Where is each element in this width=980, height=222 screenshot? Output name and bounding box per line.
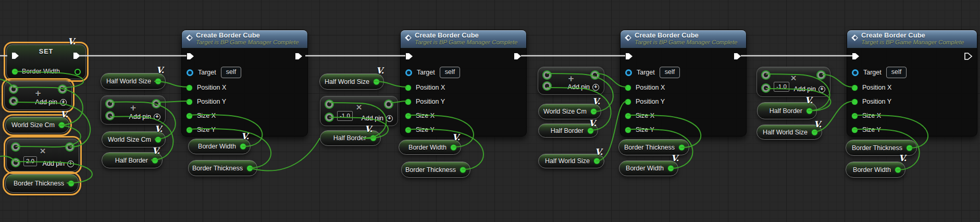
size-y-pin[interactable] xyxy=(852,127,858,133)
getter-node-half-world-size[interactable]: Half World Size xyxy=(101,73,166,90)
add-input-pin-a[interactable] xyxy=(106,100,114,107)
multiply-value-field[interactable]: 2.0 xyxy=(23,156,37,166)
multiply-output-pin[interactable] xyxy=(385,101,392,108)
exec-out-pin[interactable] xyxy=(734,53,741,60)
getter-node-world-size-cm[interactable]: World Size Cm xyxy=(538,104,601,119)
input-pin-border-width[interactable] xyxy=(12,69,18,75)
getter-node-border-width[interactable]: Border Width xyxy=(619,161,678,176)
target-pin[interactable] xyxy=(625,69,632,76)
position-y-pin[interactable] xyxy=(852,99,858,105)
multiply-input-pin-a[interactable] xyxy=(326,101,333,108)
output-pin[interactable] xyxy=(240,144,246,150)
add-output-pin[interactable] xyxy=(153,100,160,107)
getter-node-half-world-size[interactable]: Half World Size xyxy=(319,73,384,90)
output-pin[interactable] xyxy=(668,166,674,171)
position-y-pin[interactable] xyxy=(625,99,631,105)
output-pin[interactable] xyxy=(247,165,253,171)
add-input-pin-b[interactable] xyxy=(106,112,114,119)
getter-node-half-border[interactable]: Half Border xyxy=(538,124,598,138)
exec-out-pin[interactable] xyxy=(295,53,303,60)
multiply-input-pin-b[interactable] xyxy=(12,159,19,166)
target-pin[interactable] xyxy=(852,69,859,76)
position-y-pin[interactable] xyxy=(187,99,192,105)
target-pin[interactable] xyxy=(187,69,193,76)
add-output-pin[interactable] xyxy=(591,71,599,79)
getter-node-border-thickness[interactable]: Border Thickness xyxy=(5,174,79,193)
getter-node-world-size-cm[interactable]: World Size Cm xyxy=(102,131,166,147)
getter-node-half-border[interactable]: Half Border xyxy=(102,152,163,168)
position-x-pin[interactable] xyxy=(625,85,631,91)
add-pin-button[interactable]: Add pin+ xyxy=(43,160,74,167)
size-y-pin[interactable] xyxy=(405,127,411,133)
target-value-field[interactable]: self xyxy=(886,67,907,78)
multiply-input-pin-a[interactable] xyxy=(12,143,19,151)
size-x-pin[interactable] xyxy=(405,113,411,119)
exec-in-pin[interactable] xyxy=(625,53,633,60)
output-pin[interactable] xyxy=(807,108,812,114)
multiply-input-pin-b[interactable] xyxy=(326,114,333,121)
multiply-input-pin-b[interactable] xyxy=(762,84,770,92)
set-border-width-node[interactable]: SET Border Width xyxy=(6,44,86,79)
output-pin[interactable] xyxy=(370,135,376,141)
output-pin[interactable] xyxy=(152,157,158,163)
output-pin[interactable] xyxy=(68,181,74,187)
output-pin[interactable] xyxy=(895,167,901,172)
create-border-cube-node-4[interactable]: Create Border Cube Target is BP Game Man… xyxy=(847,30,977,137)
exec-in-pin[interactable] xyxy=(11,52,19,59)
size-x-pin[interactable] xyxy=(187,113,192,119)
size-x-pin[interactable] xyxy=(852,113,858,119)
add-output-pin[interactable] xyxy=(59,85,66,93)
getter-node-border-thickness[interactable]: Border Thickness xyxy=(846,140,917,156)
getter-node-half-world-size[interactable]: Half World Size xyxy=(538,154,604,168)
getter-node-half-world-size[interactable]: Half World Size xyxy=(756,125,822,140)
position-x-pin[interactable] xyxy=(852,85,858,91)
output-pin[interactable] xyxy=(451,144,456,150)
getter-node-border-width[interactable]: Border Width xyxy=(846,162,905,178)
add-input-pin-a[interactable] xyxy=(543,71,551,79)
multiply-value-field[interactable]: -1.0 xyxy=(774,82,789,92)
multiply-node-d[interactable]: × -1.0 Add pin+ xyxy=(756,67,830,97)
multiply-value-field[interactable]: -1.0 xyxy=(337,111,353,121)
size-y-pin[interactable] xyxy=(625,127,631,133)
add-input-pin-b[interactable] xyxy=(543,82,551,90)
exec-out-pin[interactable] xyxy=(514,53,522,60)
multiply-node-b[interactable]: × -1.0 Add pin+ xyxy=(320,96,398,126)
create-border-cube-node-3[interactable]: Create Border Cube Target is BP Game Man… xyxy=(620,30,747,137)
target-value-field[interactable]: self xyxy=(440,67,460,78)
create-border-cube-node-2[interactable]: Create Border Cube Target is BP Game Man… xyxy=(400,30,527,137)
size-y-pin[interactable] xyxy=(187,127,192,133)
output-pin-border-width[interactable] xyxy=(75,69,81,75)
target-pin[interactable] xyxy=(405,69,412,76)
output-pin[interactable] xyxy=(460,167,466,172)
size-x-pin[interactable] xyxy=(625,113,631,119)
exec-out-pin-unconnected[interactable] xyxy=(964,53,972,60)
position-x-pin[interactable] xyxy=(187,85,192,91)
blueprint-graph-canvas[interactable]: SET Border Width + Add pin+ World Size C… xyxy=(0,0,980,222)
add-pin-button[interactable]: Add pin+ xyxy=(794,85,825,93)
output-pin[interactable] xyxy=(812,129,817,135)
getter-node-half-border[interactable]: Half Border xyxy=(320,130,381,146)
add-input-pin-b[interactable] xyxy=(10,97,17,105)
output-pin[interactable] xyxy=(374,79,379,84)
target-value-field[interactable]: self xyxy=(221,67,241,78)
getter-node-border-width[interactable]: Border Width xyxy=(188,139,251,154)
getter-node-border-thickness[interactable]: Border Thickness xyxy=(188,160,257,176)
output-pin[interactable] xyxy=(155,79,161,84)
position-y-pin[interactable] xyxy=(405,99,411,105)
output-pin[interactable] xyxy=(679,144,685,150)
getter-node-border-width[interactable]: Border Width xyxy=(399,140,461,155)
getter-node-border-thickness[interactable]: Border Thickness xyxy=(618,139,689,155)
multiply-output-pin[interactable] xyxy=(66,143,73,151)
add-pin-button[interactable]: Add pin+ xyxy=(35,98,67,106)
output-pin[interactable] xyxy=(588,128,593,133)
exec-in-pin[interactable] xyxy=(852,53,860,60)
exec-in-pin[interactable] xyxy=(187,53,194,60)
output-pin[interactable] xyxy=(155,137,161,142)
create-border-cube-node-1[interactable]: Create Border Cube Target is BP Game Man… xyxy=(181,30,308,137)
getter-node-half-border[interactable]: Half Border xyxy=(757,102,817,119)
add-pin-button[interactable]: Add pin+ xyxy=(568,83,599,91)
exec-out-pin[interactable] xyxy=(73,52,81,59)
getter-node-border-thickness[interactable]: Border Thickness xyxy=(401,162,470,178)
add-pin-button[interactable]: Add pin+ xyxy=(362,115,393,122)
multiply-input-pin-a[interactable] xyxy=(762,71,770,79)
